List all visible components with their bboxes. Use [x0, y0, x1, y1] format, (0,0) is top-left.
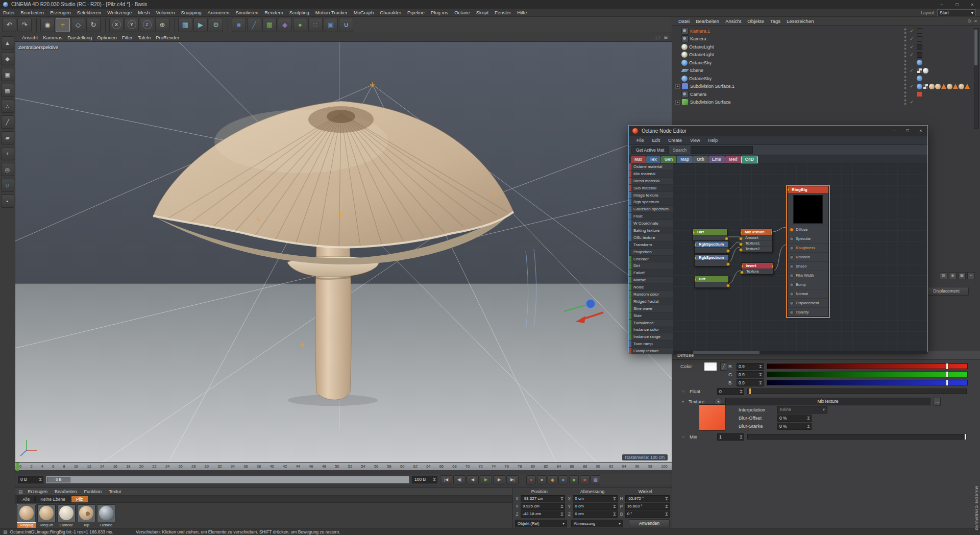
material-thumbnail[interactable]	[17, 504, 36, 522]
material-tab-keine-ebene[interactable]: Keine Ebene	[35, 496, 70, 502]
node-type-checker[interactable]: Checker	[629, 256, 673, 263]
enable-dots[interactable]	[904, 76, 908, 82]
node-tab-c4d[interactable]: C4D	[742, 156, 757, 163]
om-search-icon[interactable]: ⊙	[967, 18, 971, 23]
enable-dots[interactable]	[904, 91, 908, 98]
output-pin[interactable]	[770, 231, 772, 234]
axis-y-button[interactable]: Y	[125, 18, 139, 32]
workplane-mode-button[interactable]: ▦	[1, 84, 14, 97]
size-mode-select[interactable]: Abmessung▾	[571, 520, 623, 527]
current-frame-marker[interactable]	[16, 463, 19, 471]
channel-b-slider[interactable]	[767, 380, 968, 385]
size-z-field[interactable]: 0 cm	[573, 510, 617, 518]
viewport-menu-prorender[interactable]: ProRender	[153, 35, 182, 40]
channel-b-field[interactable]: 0.9	[737, 379, 764, 386]
key-scale-button[interactable]: ■	[569, 475, 579, 484]
viewport-menu-optionen[interactable]: Optionen	[94, 35, 119, 40]
node-type-blend-material[interactable]: Blend material	[629, 178, 673, 185]
menu-mesh[interactable]: Mesh	[135, 10, 153, 15]
visibility-check[interactable]: ✓	[909, 44, 914, 50]
node-editor-titlebar[interactable]: Octane Node Editor – □ ×	[629, 126, 927, 136]
coords-mode-select[interactable]: Objekt (Rel)▾	[515, 520, 567, 527]
add-spline-button[interactable]: ╱	[247, 18, 261, 32]
expand-toggle[interactable]: +	[675, 84, 680, 89]
node-type-random-color[interactable]: Random color	[629, 291, 673, 298]
node-type-octane-material[interactable]: Octane material	[629, 163, 673, 171]
polygons-mode-button[interactable]: ▰	[1, 131, 14, 144]
node-type-rgb-spectrum[interactable]: Rgb spectrum	[629, 199, 673, 206]
enable-dots[interactable]	[904, 60, 908, 66]
node-type-falloff[interactable]: Falloff	[629, 270, 673, 277]
input-pin[interactable]	[790, 246, 794, 250]
output-pin[interactable]	[725, 237, 728, 240]
node-dirt[interactable]: Dirt	[694, 276, 729, 288]
get-active-mat-button[interactable]: Get Active Mat	[631, 146, 669, 154]
channel-r-slider[interactable]	[767, 363, 968, 369]
tag-blue-icon[interactable]	[917, 84, 922, 89]
node-menu-file[interactable]: File	[633, 138, 648, 143]
viewport-menu-kameras[interactable]: Kameras	[40, 35, 65, 40]
material-tab-alle[interactable]: Alle	[17, 496, 35, 502]
node-type-image-texture[interactable]: Image texture	[629, 192, 673, 199]
input-pin[interactable]	[790, 283, 794, 287]
visibility-check[interactable]: ✓	[909, 36, 914, 41]
node-rgbspectrum[interactable]: RgbSpectrum	[694, 241, 729, 253]
tag-dark-icon[interactable]	[917, 52, 922, 58]
material-menu-erzeugen[interactable]: Erzeugen	[25, 489, 51, 494]
rotation-b-field[interactable]: 0 °	[625, 510, 670, 518]
material-thumbnail[interactable]	[77, 504, 95, 522]
material-menu-bearbeiten[interactable]: Bearbeiten	[52, 489, 80, 494]
menu-charakter[interactable]: Charakter	[377, 10, 404, 15]
record-keyframe-button[interactable]: ●	[526, 475, 536, 484]
enable-dots[interactable]	[904, 99, 908, 105]
tag-mat-icon[interactable]	[959, 84, 964, 89]
node-tab-map[interactable]: Map	[677, 156, 693, 163]
next-frame-button[interactable]: ▶	[493, 475, 505, 484]
disclosure-triangle-icon[interactable]: ▾	[680, 399, 685, 404]
prev-key-button[interactable]: ◀|	[453, 475, 465, 484]
float-field[interactable]: 0	[717, 388, 744, 395]
input-pin[interactable]	[693, 231, 695, 234]
axis-x-button[interactable]: X	[109, 18, 124, 32]
menu-bearbeiten[interactable]: Bearbeiten	[17, 10, 47, 15]
tag-dark-icon[interactable]	[917, 44, 922, 50]
object-row-octanelight[interactable]: OctaneLight✓	[672, 43, 980, 51]
menu-selektieren[interactable]: Selektieren	[74, 10, 105, 15]
key-position-button[interactable]: ■	[558, 475, 568, 484]
keyframe-selection-button[interactable]: ◆	[548, 475, 557, 484]
redo-button[interactable]: ↷	[17, 18, 32, 32]
node-invert[interactable]: InvertTexture	[741, 262, 774, 275]
input-pin[interactable]	[790, 264, 794, 269]
tag-mat-icon[interactable]	[935, 84, 941, 89]
node-type-dirt[interactable]: Dirt	[629, 262, 673, 270]
close-button[interactable]: ×	[965, 2, 980, 7]
input-pin[interactable]	[739, 248, 743, 252]
rotation-p-field[interactable]: 16.603 °	[625, 503, 670, 510]
node-type-float[interactable]: Float	[629, 213, 673, 220]
tag-tri-icon[interactable]	[953, 84, 958, 89]
tag-blue-icon[interactable]	[917, 76, 922, 81]
goto-start-button[interactable]: |◀	[440, 475, 452, 484]
menu-rendern[interactable]: Rendern	[261, 10, 286, 15]
node-type-toon-ramp[interactable]: Toon ramp	[629, 341, 673, 348]
menu-plug-ins[interactable]: Plug-ins	[428, 10, 451, 15]
make-editable-button[interactable]: ▲	[1, 36, 14, 50]
visibility-check[interactable]: ✓	[909, 29, 914, 34]
output-pin[interactable]	[726, 249, 730, 253]
input-pin[interactable]	[790, 292, 794, 296]
anim-start-field[interactable]: 0 B	[18, 476, 43, 483]
object-row-kamera-1[interactable]: Kamera.1✓	[672, 27, 980, 35]
size-y-field[interactable]: 0 cm	[573, 503, 617, 510]
menu-mograph[interactable]: MoGraph	[351, 10, 377, 15]
material-thumbnail[interactable]	[37, 504, 56, 522]
edges-mode-button[interactable]: ╱	[1, 115, 14, 129]
output-pin[interactable]	[726, 262, 730, 266]
enable-dots[interactable]	[904, 52, 908, 58]
node-rgbspectrum[interactable]: RgbSpectrum	[694, 254, 729, 266]
input-pin[interactable]	[741, 231, 743, 234]
node-type-baking-texture[interactable]: Baking texture	[629, 227, 673, 234]
node-type-gaussian-spectrum[interactable]: Gaussian spectrum	[629, 206, 673, 213]
live-selection-button[interactable]: ◉	[40, 18, 55, 32]
om-menu-ansicht[interactable]: Ansicht	[722, 18, 744, 24]
timeline-knob[interactable]: 0 B	[47, 477, 70, 482]
